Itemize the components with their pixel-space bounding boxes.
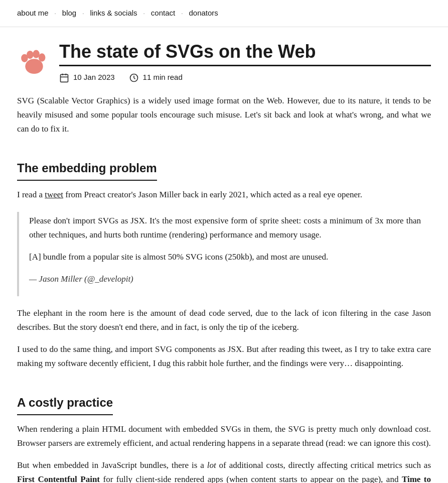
svg-rect-5 <box>61 74 68 82</box>
section1-para2: The elephant in the room here is the amo… <box>17 306 431 334</box>
nav-links-socials[interactable]: links & socials <box>84 5 143 22</box>
section2-para2-before: But when embedded in JavaScript bundles,… <box>17 460 207 470</box>
calendar-icon <box>59 73 69 83</box>
article-title: The state of SVGs on the Web <box>59 41 431 66</box>
section2-after-lot: of additional costs, directly affecting … <box>216 460 431 470</box>
section2-para2: But when embedded in JavaScript bundles,… <box>17 458 431 483</box>
article-intro: SVG (Scalable Vector Graphics) is a wide… <box>17 94 431 136</box>
date-meta: 10 Jan 2023 <box>59 71 115 84</box>
blockquote-line2: [A] bundle from a popular site is almost… <box>29 250 421 264</box>
svg-point-3 <box>33 50 40 58</box>
article-read-time: 11 min read <box>143 71 183 84</box>
svg-point-4 <box>39 53 46 61</box>
section1-para1-before: I read a <box>17 190 45 199</box>
clock-icon <box>129 73 139 83</box>
nav-donators[interactable]: donators <box>183 5 224 22</box>
blockquote-attribution: — Jason Miller (@_developit) <box>29 272 421 286</box>
nav-about-me[interactable]: about me <box>17 5 55 22</box>
article-body: SVG (Scalable Vector Graphics) is a wide… <box>17 94 431 483</box>
section2-after-fcp: for fully client-side rendered apps (whe… <box>100 474 402 483</box>
paw-logo-icon <box>17 45 51 79</box>
section1-para1-after: from Preact creator's Jason Miller back … <box>63 190 362 199</box>
svg-point-2 <box>27 51 34 59</box>
blockquote-line1: Please don't import SVGs as JSX. It's th… <box>29 214 421 242</box>
article-meta: 10 Jan 2023 11 min read <box>59 71 431 84</box>
article-date: 10 Jan 2023 <box>73 71 115 84</box>
section2-heading: A costly practice <box>17 393 113 415</box>
header-right: The state of SVGs on the Web 10 Jan 2023 <box>59 41 431 84</box>
section2-lot: lot <box>207 460 216 470</box>
main-content: The state of SVGs on the Web 10 Jan 2023 <box>0 27 448 483</box>
section2-para1: When rendering a plain HTML document wit… <box>17 422 431 450</box>
nav-contact[interactable]: contact <box>145 5 181 22</box>
section1-para1: I read a tweet from Preact creator's Jas… <box>17 188 431 202</box>
section1-para3: I used to do the same thing, and import … <box>17 342 431 371</box>
main-nav: about me · blog · links & socials · cont… <box>0 0 448 27</box>
svg-point-0 <box>25 59 43 74</box>
readtime-meta: 11 min read <box>129 71 183 84</box>
section1-heading: The embedding problem <box>17 158 157 181</box>
article-header: The state of SVGs on the Web 10 Jan 2023 <box>17 41 431 84</box>
nav-blog[interactable]: blog <box>56 5 82 22</box>
blockquote: Please don't import SVGs as JSX. It's th… <box>17 212 431 296</box>
section2-fcp: First Contentful Paint <box>17 474 100 483</box>
tweet-link[interactable]: tweet <box>45 190 63 199</box>
